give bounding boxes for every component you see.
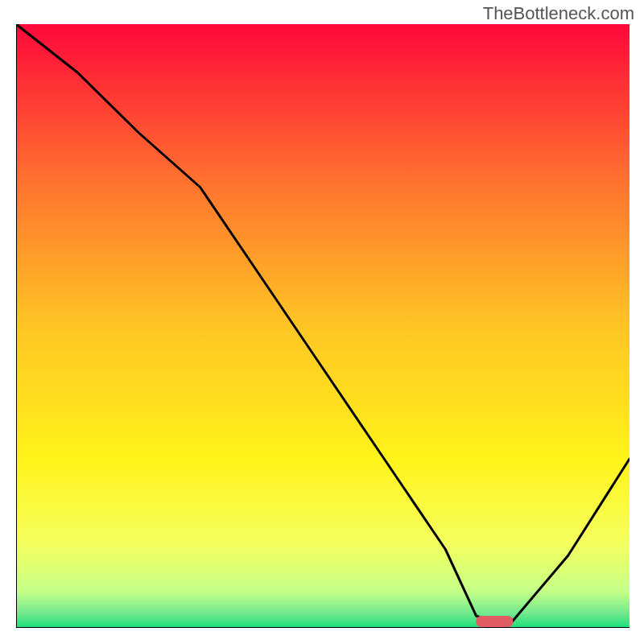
optimal-marker (477, 616, 514, 627)
watermark-text: TheBottleneck.com (483, 3, 634, 24)
bottleneck-chart (16, 24, 630, 628)
chart-background (16, 24, 630, 628)
